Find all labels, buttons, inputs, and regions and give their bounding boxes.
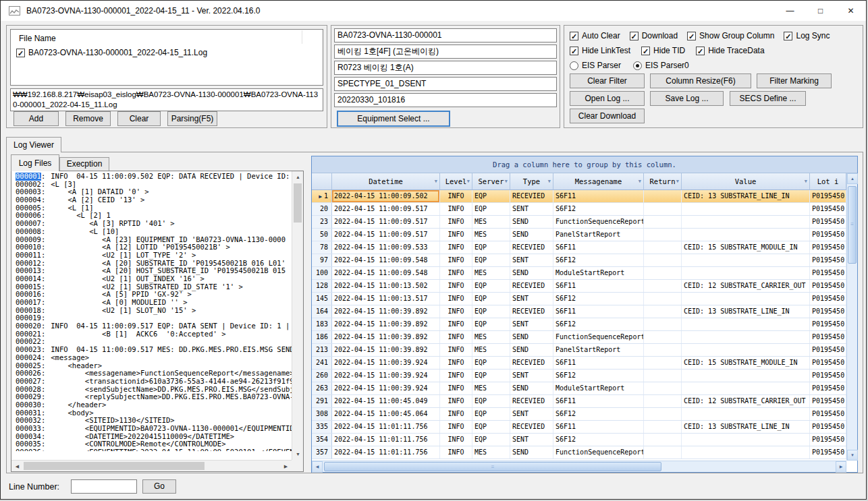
filter-icon[interactable]: ▼ [505, 179, 508, 184]
cell-server[interactable]: EQP [472, 254, 510, 266]
row-indicator-cell[interactable]: 97 [312, 254, 332, 266]
scroll-down-icon[interactable]: ▼ [292, 448, 304, 460]
cell-server[interactable]: MES [472, 446, 510, 459]
cell-return[interactable] [644, 421, 682, 433]
checkbox-icon[interactable]: ✓ [696, 47, 705, 55]
cell-datetime[interactable]: 2022-04-15 11:00:39.924 [332, 382, 440, 394]
title-bar[interactable]: BA0723-OVNA-1130-000001_2022-04-15_11 - … [1, 1, 866, 21]
remove-button[interactable]: Remove [65, 111, 111, 126]
filter-icon[interactable]: ▼ [467, 179, 470, 184]
cell-datetime[interactable]: 2022-04-15 11:01:11.756 [332, 434, 440, 446]
checkbox-icon[interactable]: ✓ [570, 32, 578, 40]
cell-server[interactable]: MES [472, 382, 510, 394]
clear-download-button[interactable]: Clear Download [570, 109, 645, 123]
row-indicator-cell[interactable]: 263 [312, 382, 332, 394]
cell-messagename[interactable]: FunctionSequenceReport [553, 331, 644, 343]
cell-return[interactable] [644, 408, 682, 420]
row-indicator-cell[interactable]: 357 [312, 446, 332, 459]
cell-datetime[interactable]: 2022-04-15 11:00:09.517 [332, 229, 440, 241]
column-header-server[interactable]: Server▼ [472, 173, 510, 190]
filter-icon[interactable]: ▼ [548, 179, 551, 184]
column-header-messagename[interactable]: Messagename▼ [553, 173, 644, 190]
tab-exception[interactable]: Execption [59, 157, 109, 171]
column-header-level[interactable]: Level▼ [440, 173, 472, 190]
row-indicator-cell[interactable]: 183 [312, 318, 332, 330]
cell-datetime[interactable]: 2022-04-15 11:00:39.892 [332, 344, 440, 356]
grid-row[interactable]: 972022-04-15 11:00:09.548INFOEQPSENTS6F1… [312, 254, 846, 267]
cell-messagename[interactable]: S6F12 [553, 318, 644, 330]
cell-type[interactable]: SEND [510, 446, 553, 459]
cell-type[interactable]: SEND [510, 229, 553, 241]
cell-datetime[interactable]: 2022-04-15 11:00:13.517 [332, 293, 440, 305]
log-line[interactable]: 000021: <B [1] ACKC6 '0:Accepted' > [11, 330, 292, 338]
cell-level[interactable]: INFO [440, 216, 472, 228]
cell-value[interactable]: CEID: 13 SUBSTRATE_LINE_IN [682, 421, 810, 433]
cell-server[interactable]: EQP [472, 190, 510, 202]
cell-type[interactable]: SEND [510, 267, 553, 279]
scroll-right-icon[interactable]: ▶ [836, 461, 846, 473]
cell-messagename[interactable]: S6F12 [553, 434, 644, 446]
grid-row[interactable]: 3082022-04-15 11:00:45.064INFOEQPSENTS6F… [312, 408, 846, 421]
tab-log-viewer[interactable]: Log Viewer [6, 137, 61, 152]
cell-level[interactable]: INFO [440, 370, 472, 382]
cell-value[interactable] [682, 382, 810, 394]
cell-datetime[interactable]: 2022-04-15 11:00:39.924 [332, 370, 440, 382]
cell-return[interactable] [644, 254, 682, 266]
log-vertical-scrollbar[interactable]: ▲ ▼ [292, 171, 303, 460]
cell-messagename[interactable]: S6F12 [553, 370, 644, 382]
grid-row[interactable]: 3542022-04-15 11:01:11.756INFOEQPSENTS6F… [312, 434, 846, 446]
cell-value[interactable]: CEID: 13 SUBSTRATE_LINE_IN [682, 305, 810, 318]
cell-level[interactable]: INFO [440, 344, 472, 356]
scrollbar-thumb[interactable]: ≡ [848, 186, 857, 264]
checkbox-download[interactable]: ✓Download [630, 31, 678, 40]
cell-return[interactable] [644, 267, 682, 279]
grid-row[interactable]: 1642022-04-15 11:00:39.892INFOEQPRECEVIE… [312, 305, 846, 318]
equipment-select-button[interactable]: Equipment Select ... [337, 111, 450, 127]
save-log-button[interactable]: Save Log ... [650, 91, 724, 106]
row-indicator-cell[interactable]: 78 [312, 241, 332, 254]
cell-messagename[interactable]: S6F11 [553, 305, 644, 318]
cell-return[interactable] [644, 318, 682, 330]
cell-messagename[interactable]: FunctionSequenceReport [553, 446, 644, 459]
radio-eis-parser0[interactable]: EIS Parser0 [633, 61, 689, 70]
row-indicator-cell[interactable]: 260 [312, 370, 332, 382]
cell-lot[interactable]: P0195450 [810, 305, 846, 318]
grid-row[interactable]: 1452022-04-15 11:00:13.517INFOEQPSENTS6F… [312, 293, 846, 305]
add-button[interactable]: Add [13, 111, 59, 126]
cell-server[interactable]: MES [472, 267, 510, 279]
row-indicator-cell[interactable]: 241 [312, 357, 332, 369]
cell-datetime[interactable]: 2022-04-15 11:00:45.064 [332, 408, 440, 420]
log-horizontal-scrollbar[interactable]: ◀ ▶ [11, 460, 292, 471]
cell-value[interactable]: CEID: 12 SUBSTRATE_CARRIER_OUT [682, 395, 810, 407]
checkbox-icon[interactable]: ✓ [641, 47, 650, 55]
grid-row[interactable]: 3572022-04-15 11:01:11.756INFOMESSENDFun… [312, 446, 846, 459]
cell-level[interactable]: INFO [440, 305, 472, 318]
cell-messagename[interactable]: PanelStartReport [553, 229, 644, 241]
cell-return[interactable] [644, 370, 682, 382]
clear-button[interactable]: Clear [117, 111, 161, 126]
cell-server[interactable]: EQP [472, 408, 510, 420]
cell-value[interactable] [682, 293, 810, 305]
checkbox-icon[interactable]: ✓ [784, 32, 792, 40]
cell-level[interactable]: INFO [440, 318, 472, 330]
cell-lot[interactable]: P0195450 [810, 293, 846, 305]
cell-value[interactable] [682, 446, 810, 459]
cell-messagename[interactable]: S6F12 [553, 293, 644, 305]
cell-return[interactable] [644, 331, 682, 343]
checkbox-auto-clear[interactable]: ✓Auto Clear [570, 31, 620, 40]
cell-lot[interactable]: P0195450 [810, 434, 846, 446]
cell-lot[interactable]: P0195450 [810, 254, 846, 266]
cell-server[interactable]: EQP [472, 421, 510, 433]
cell-lot[interactable]: P0195450 [810, 446, 846, 459]
equipment-id-field[interactable]: BA0723-OVNA-1130-000001 [334, 28, 557, 42]
cell-lot[interactable]: P0195450 [810, 421, 846, 433]
cell-value[interactable] [682, 216, 810, 228]
cell-level[interactable]: INFO [440, 408, 472, 420]
column-header-datetime[interactable]: Datetime▼ [332, 173, 440, 190]
checkbox-icon[interactable]: ✓ [16, 49, 25, 57]
cell-type[interactable]: RECEVIED [510, 241, 553, 254]
grid-row[interactable]: 502022-04-15 11:00:09.517INFOMESSENDPane… [312, 229, 846, 241]
cell-datetime[interactable]: 2022-04-15 11:00:09.548 [332, 254, 440, 266]
cell-value[interactable]: CEID: 13 SUBSTRATE_LINE_IN [682, 190, 810, 202]
cell-messagename[interactable]: S6F12 [553, 203, 644, 215]
